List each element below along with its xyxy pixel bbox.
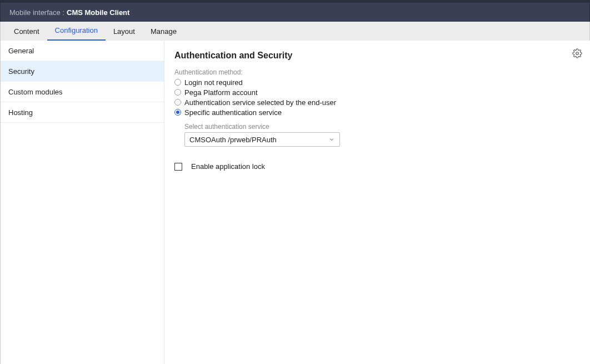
radio-specific-auth-service[interactable]: Specific authentication service <box>174 107 580 117</box>
tab-content[interactable]: Content <box>6 23 47 41</box>
tab-manage[interactable]: Manage <box>143 23 184 41</box>
sidebar-item-label: Hosting <box>8 108 33 117</box>
sidebar-item-hosting[interactable]: Hosting <box>1 102 164 123</box>
auth-method-label: Authentication method: <box>174 68 580 76</box>
radio-login-not-required[interactable]: Login not required <box>174 77 580 87</box>
radio-label: Specific authentication service <box>184 108 282 117</box>
chevron-down-icon <box>328 136 335 143</box>
radio-icon <box>174 79 181 86</box>
sidebar-item-label: Custom modules <box>8 88 63 96</box>
sidebar-item-label: Security <box>8 67 34 76</box>
header-bar: Mobile interface : CMS Mobile Client <box>0 3 590 22</box>
gear-icon[interactable] <box>572 48 582 58</box>
sidebar-item-label: General <box>8 47 34 55</box>
sidebar-item-security[interactable]: Security <box>1 61 164 82</box>
radio-label: Pega Platform account <box>184 88 258 97</box>
header-title: CMS Mobile Client <box>67 8 129 17</box>
tab-layout[interactable]: Layout <box>106 23 143 41</box>
svg-point-0 <box>576 52 579 55</box>
sidebar-item-general[interactable]: General <box>1 41 164 61</box>
main-title: Authentication and Security <box>174 51 580 61</box>
tab-configuration[interactable]: Configuration <box>47 22 106 41</box>
main-card: Authentication and Security Authenticati… <box>164 41 590 364</box>
radio-pega-platform-account[interactable]: Pega Platform account <box>174 87 580 97</box>
radio-icon <box>174 109 181 116</box>
auth-service-select-block: Select authentication service CMSOAuth /… <box>184 123 580 147</box>
sidebar-item-custom-modules[interactable]: Custom modules <box>1 82 164 102</box>
radio-label: Authentication service selected by the e… <box>184 98 336 107</box>
radio-icon <box>174 99 181 106</box>
auth-service-select-label: Select authentication service <box>184 123 580 131</box>
auth-service-select-value: CMSOAuth /prweb/PRAuth <box>189 136 277 144</box>
radio-auth-service-end-user[interactable]: Authentication service selected by the e… <box>174 97 580 107</box>
enable-app-lock-checkbox[interactable] <box>174 163 182 171</box>
content-row: General Security Custom modules Hosting … <box>0 41 590 364</box>
sidebar: General Security Custom modules Hosting <box>1 41 164 364</box>
tabs-bar: Content Configuration Layout Manage <box>0 22 590 41</box>
auth-service-select[interactable]: CMSOAuth /prweb/PRAuth <box>184 132 340 147</box>
header-prefix: Mobile interface : <box>9 8 64 17</box>
main-area: Authentication and Security Authenticati… <box>164 41 590 364</box>
radio-label: Login not required <box>184 78 243 87</box>
enable-app-lock-row: Enable application lock <box>174 162 580 171</box>
auth-method-radio-group: Login not required Pega Platform account… <box>174 77 580 117</box>
radio-icon <box>174 89 181 96</box>
enable-app-lock-label: Enable application lock <box>191 162 265 171</box>
